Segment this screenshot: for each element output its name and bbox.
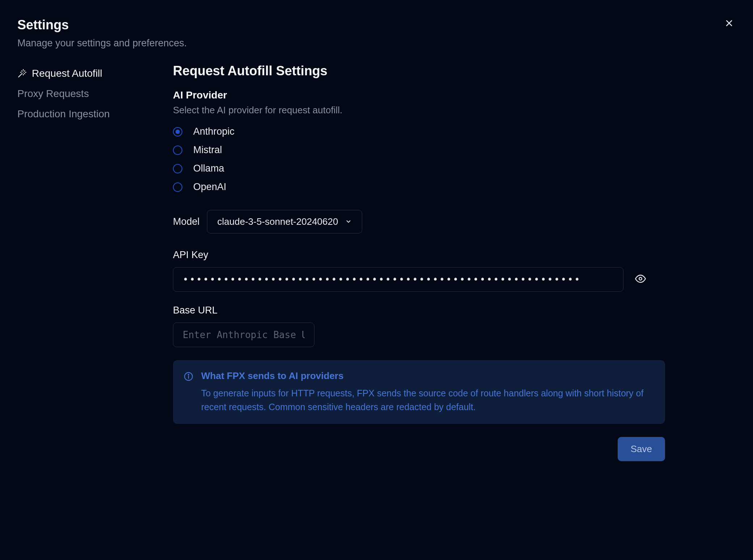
sidebar-item-proxy-requests[interactable]: Proxy Requests	[17, 84, 162, 104]
info-callout: What FPX sends to AI providers To genera…	[173, 360, 665, 424]
close-button[interactable]	[723, 17, 736, 30]
ai-provider-description: Select the AI provider for request autof…	[173, 105, 665, 116]
radio-icon	[173, 146, 182, 155]
ai-provider-title: AI Provider	[173, 89, 665, 101]
settings-sidebar: Request Autofill Proxy Requests Producti…	[17, 63, 162, 461]
radio-mistral[interactable]: Mistral	[173, 144, 665, 156]
base-url-input[interactable]	[173, 323, 314, 347]
magic-wand-icon	[17, 69, 27, 78]
sidebar-item-label: Proxy Requests	[17, 88, 89, 100]
page-title: Settings	[17, 17, 736, 33]
chevron-down-icon	[345, 216, 352, 227]
api-key-field: API Key	[173, 249, 665, 292]
sidebar-item-label: Production Ingestion	[17, 108, 110, 120]
api-key-label: API Key	[173, 249, 665, 261]
radio-icon	[173, 164, 182, 173]
svg-point-2	[639, 277, 642, 280]
save-button[interactable]: Save	[618, 437, 665, 461]
radio-label: OpenAI	[193, 181, 227, 193]
base-url-label: Base URL	[173, 305, 665, 316]
eye-icon	[635, 273, 646, 286]
radio-icon	[173, 182, 182, 192]
toggle-visibility-button[interactable]	[634, 273, 647, 286]
radio-icon	[173, 127, 182, 136]
model-select-value: claude-3-5-sonnet-20240620	[217, 216, 338, 227]
radio-ollama[interactable]: Ollama	[173, 163, 665, 174]
radio-label: Anthropic	[193, 126, 234, 137]
radio-label: Ollama	[193, 163, 224, 174]
page-header: Settings Manage your settings and prefer…	[17, 17, 736, 49]
ai-provider-radio-group: Anthropic Mistral Ollama OpenAI	[173, 126, 665, 193]
main-content: Request Autofill Settings AI Provider Se…	[173, 63, 665, 461]
info-title: What FPX sends to AI providers	[201, 370, 654, 382]
sidebar-item-label: Request Autofill	[32, 68, 102, 79]
model-row: Model claude-3-5-sonnet-20240620	[173, 210, 665, 233]
sidebar-item-production-ingestion[interactable]: Production Ingestion	[17, 104, 162, 124]
close-icon	[725, 19, 733, 29]
page-subtitle: Manage your settings and preferences.	[17, 38, 736, 49]
info-icon	[184, 370, 193, 414]
ai-provider-section: AI Provider Select the AI provider for r…	[173, 89, 665, 193]
radio-openai[interactable]: OpenAI	[173, 181, 665, 193]
info-text: To generate inputs for HTTP requests, FP…	[201, 387, 654, 414]
model-label: Model	[173, 216, 200, 227]
radio-anthropic[interactable]: Anthropic	[173, 126, 665, 137]
sidebar-item-request-autofill[interactable]: Request Autofill	[17, 63, 162, 84]
base-url-field: Base URL	[173, 305, 665, 347]
model-select[interactable]: claude-3-5-sonnet-20240620	[207, 210, 363, 233]
radio-label: Mistral	[193, 144, 222, 156]
api-key-input[interactable]	[173, 267, 623, 292]
section-heading: Request Autofill Settings	[173, 63, 665, 79]
svg-point-5	[188, 374, 189, 375]
